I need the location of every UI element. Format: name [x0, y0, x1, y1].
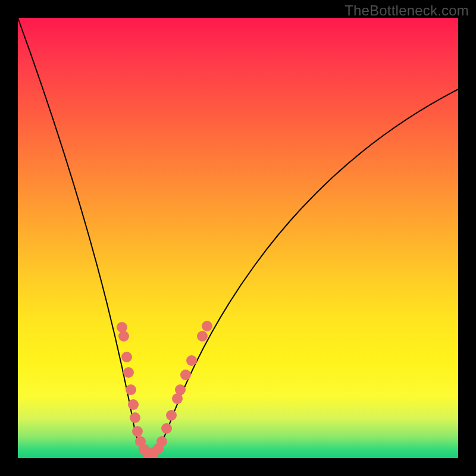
sample-dot — [128, 399, 139, 410]
sample-dot — [166, 410, 177, 421]
curve-layer — [18, 18, 458, 458]
sample-dot — [202, 321, 212, 331]
sample-dot — [123, 367, 134, 378]
sample-dot — [126, 384, 136, 395]
sample-dot — [175, 384, 186, 395]
sample-dot — [132, 426, 143, 437]
sample-dot — [197, 331, 208, 342]
sample-dot — [156, 436, 167, 447]
sample-dot — [161, 423, 172, 434]
sample-dot — [180, 369, 191, 380]
chart-frame: TheBottleneck.com — [0, 0, 476, 476]
sample-dot — [121, 352, 132, 362]
bottleneck-curve — [18, 18, 458, 453]
watermark-text: TheBottleneck.com — [345, 2, 469, 19]
plot-area — [18, 18, 458, 458]
sample-dot — [118, 331, 129, 342]
sample-dot — [186, 355, 197, 366]
sample-dots-group — [117, 321, 212, 458]
sample-dot — [117, 322, 127, 333]
sample-dot — [130, 412, 140, 423]
